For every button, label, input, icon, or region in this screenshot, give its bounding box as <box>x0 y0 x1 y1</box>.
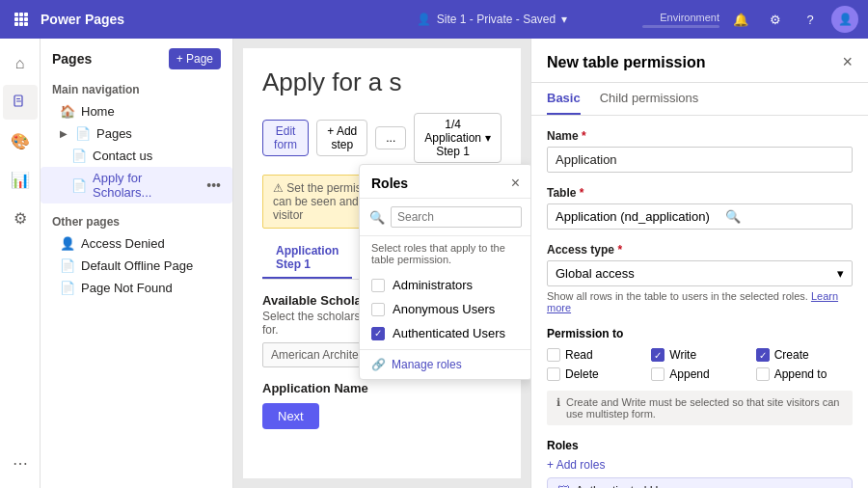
authenticated-label: Authenticated Users <box>393 326 505 340</box>
info-circle-icon: ℹ <box>556 396 560 409</box>
more-button[interactable]: ••• <box>206 177 221 193</box>
table-label: Table * <box>547 186 853 200</box>
sidebar-icon-setup[interactable]: ⚙ <box>3 201 38 235</box>
perm-create[interactable]: ✓ Create <box>756 348 853 362</box>
help-icon[interactable]: ? <box>797 6 824 33</box>
sidebar-icon-styling[interactable]: 🎨 <box>3 123 38 158</box>
nav-label-pages: Pages <box>96 126 132 141</box>
roles-description: Select roles that apply to the table per… <box>360 236 530 269</box>
administrators-label: Administrators <box>393 278 473 292</box>
site-label: Site 1 - Private - Saved <box>437 13 556 26</box>
notification-icon[interactable]: 🔔 <box>727 6 754 33</box>
name-input[interactable] <box>547 147 853 173</box>
roles-modal: Roles × 🔍 Select roles that apply to the… <box>359 164 530 380</box>
svg-rect-7 <box>19 22 23 26</box>
delete-label: Delete <box>565 367 599 381</box>
env-label: Environment <box>642 12 719 23</box>
delete-checkbox[interactable] <box>547 367 560 381</box>
nav-item-home[interactable]: 🏠 Home <box>41 100 232 122</box>
panel-close-button[interactable]: × <box>842 52 853 72</box>
table-search-icon[interactable]: 🔍 <box>718 209 748 224</box>
anonymous-label: Anonymous Users <box>393 302 495 316</box>
role-tag-label: Authenticated Users <box>576 484 680 489</box>
nav-item-offline[interactable]: 📄 Default Offline Page <box>41 255 232 277</box>
sidebar-icon-home[interactable]: ⌂ <box>3 46 38 81</box>
nav-item-apply[interactable]: 📄 Apply for Scholars... ••• <box>41 167 232 203</box>
sidebar-icon-pages[interactable] <box>3 85 38 120</box>
offline-icon: 📄 <box>60 258 75 273</box>
read-checkbox[interactable] <box>547 348 560 362</box>
svg-rect-6 <box>14 22 18 26</box>
name-label: Name * <box>547 129 853 143</box>
authenticated-users-tag: 🛡 Authenticated Users ⋯ <box>547 477 853 488</box>
roles-modal-title: Roles <box>371 176 408 191</box>
not-found-icon: 📄 <box>60 281 75 295</box>
sidebar-icon-more[interactable]: ⋯ <box>3 446 38 480</box>
nav-label-contact: Contact us <box>93 149 152 163</box>
roles-search-input[interactable] <box>391 206 522 228</box>
role-item-authenticated[interactable]: ✓ Authenticated Users <box>360 321 530 345</box>
sidebar-icon-data[interactable]: 📊 <box>3 162 38 197</box>
next-button[interactable]: Next <box>262 403 319 429</box>
append-to-label: Append to <box>774 367 827 381</box>
role-tag-more-button[interactable]: ⋯ <box>830 484 842 489</box>
perm-append[interactable]: Append <box>651 367 747 381</box>
page-icon: 📄 <box>71 149 87 163</box>
step-tab-1[interactable]: Application Step 1 <box>262 238 352 279</box>
page-title: Apply for a s <box>262 68 502 97</box>
write-checkbox[interactable]: ✓ <box>651 348 665 362</box>
page-icon-apply: 📄 <box>71 178 87 193</box>
perm-append-to[interactable]: Append to <box>756 367 853 381</box>
nav-label-not-found: Page Not Found <box>81 281 173 295</box>
nav-item-access-denied[interactable]: 👤 Access Denied <box>41 232 232 255</box>
manage-roles-link[interactable]: 🔗 Manage roles <box>360 349 530 379</box>
perm-delete[interactable]: Delete <box>547 367 643 381</box>
roles-list: Administrators Anonymous Users ✓ Authent… <box>360 269 530 349</box>
step-indicator-button[interactable]: 1/4 Application Step 1 ▾ <box>414 113 502 163</box>
chevron-icon: ▶ <box>60 128 68 139</box>
nav-item-contact[interactable]: 📄 Contact us <box>41 145 232 167</box>
read-label: Read <box>565 348 593 362</box>
add-page-button[interactable]: + Page <box>169 48 221 69</box>
perm-read[interactable]: Read <box>547 348 643 362</box>
access-type-dropdown[interactable]: Global access ▾ <box>547 260 853 286</box>
perm-write[interactable]: ✓ Write <box>651 348 747 362</box>
nav-label-offline: Default Offline Page <box>81 258 193 273</box>
access-type-label: Access type * <box>547 243 853 257</box>
svg-rect-2 <box>24 13 28 16</box>
grid-icon[interactable] <box>10 8 33 31</box>
settings-icon[interactable]: ⚙ <box>762 6 789 33</box>
nav-item-pages[interactable]: ▶ 📄 Pages <box>41 122 232 145</box>
authenticated-checkbox[interactable]: ✓ <box>371 327 385 340</box>
permission-to-label: Permission to <box>547 327 853 340</box>
svg-rect-3 <box>14 17 18 21</box>
append-to-checkbox[interactable] <box>756 367 770 381</box>
table-select-row: Application (nd_application) 🔍 <box>547 203 853 230</box>
nav-item-not-found[interactable]: 📄 Page Not Found <box>41 277 232 299</box>
create-checkbox[interactable]: ✓ <box>756 348 770 362</box>
role-item-anonymous[interactable]: Anonymous Users <box>360 297 530 321</box>
chevron-down-icon: ▾ <box>561 13 567 26</box>
append-label: Append <box>669 367 709 381</box>
panel-title: New table permission <box>547 54 706 71</box>
avatar[interactable]: 👤 <box>831 6 858 33</box>
edit-form-button[interactable]: Edit form <box>262 120 309 156</box>
role-item-administrators[interactable]: Administrators <box>360 273 530 297</box>
tab-basic[interactable]: Basic <box>547 83 581 115</box>
warning-bar: ℹ Create and Write must be selected so t… <box>547 391 853 425</box>
info-icon: ⚠ <box>273 181 284 195</box>
append-checkbox[interactable] <box>651 367 665 381</box>
add-step-button[interactable]: + Add step <box>316 120 367 156</box>
sidebar: ⌂ 🎨 📊 ⚙ ⋯ <box>0 39 41 488</box>
roles-close-button[interactable]: × <box>511 175 520 192</box>
anonymous-checkbox[interactable] <box>371 303 385 316</box>
panel-tabs: Basic Child permissions <box>531 83 868 116</box>
more-options-button[interactable]: ... <box>375 126 406 149</box>
tab-child-permissions[interactable]: Child permissions <box>600 83 699 115</box>
right-panel: New table permission × Basic Child permi… <box>530 39 868 488</box>
nav-label-apply: Apply for Scholars... <box>93 171 201 200</box>
user-icon: 👤 <box>417 13 431 26</box>
content-area: Apply for a s Edit form + Add step ... 1… <box>233 39 530 488</box>
administrators-checkbox[interactable] <box>371 279 385 292</box>
add-roles-button[interactable]: + Add roles <box>547 458 605 472</box>
